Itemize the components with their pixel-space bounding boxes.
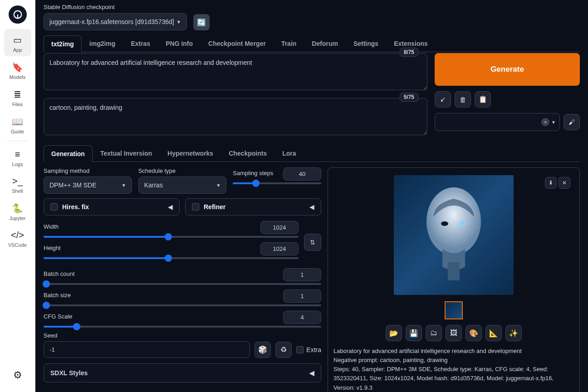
python-icon: 🐍	[12, 203, 23, 214]
open-folder-button[interactable]: 📂	[386, 325, 402, 341]
seed-input[interactable]	[44, 341, 250, 358]
width-slider[interactable]	[44, 236, 299, 238]
sidebar-settings[interactable]: ⚙	[4, 364, 31, 387]
sidebar-item-models[interactable]: 🔖 Models	[4, 56, 31, 83]
refiner-toggle[interactable]: Refiner ◀	[185, 198, 321, 216]
sidebar-item-label: Shell	[12, 188, 23, 194]
picture-icon: 🖼	[450, 329, 457, 337]
sidebar-item-logs[interactable]: ≡ Logs	[4, 144, 31, 171]
paste-button[interactable]: 📋	[475, 91, 491, 108]
tab-settings[interactable]: Settings	[346, 35, 386, 52]
hires-fix-checkbox[interactable]	[50, 203, 58, 211]
seed-extra-checkbox[interactable]	[296, 346, 304, 353]
negative-prompt-input[interactable]	[44, 98, 427, 135]
hires-fix-label: Hires. fix	[62, 203, 163, 211]
cfg-scale-slider[interactable]	[44, 326, 321, 328]
sidebar-item-shell[interactable]: >_ Shell	[4, 171, 31, 197]
brush-icon: 🖌	[568, 118, 575, 126]
gear-icon: ⚙	[13, 369, 22, 381]
cfg-scale-label: CFG Scale	[44, 313, 73, 320]
edit-styles-button[interactable]: 🖌	[564, 114, 580, 130]
refresh-button[interactable]: 🔄	[193, 14, 210, 30]
save-button[interactable]: 💾	[406, 325, 422, 341]
tab-pnginfo[interactable]: PNG Info	[158, 35, 201, 52]
subtab-checkpoints[interactable]: Checkpoints	[221, 145, 274, 162]
download-image-button[interactable]: ⬇	[545, 177, 557, 189]
cfg-scale-value[interactable]: 4	[283, 311, 321, 324]
schedule-type-value: Karras	[144, 181, 163, 189]
schedule-type-select[interactable]: Karras ▼	[138, 176, 227, 194]
batch-size-slider[interactable]	[44, 304, 321, 306]
batch-size-value[interactable]: 1	[283, 289, 321, 303]
subtab-generation[interactable]: Generation	[44, 145, 93, 162]
sidebar-item-jupyter[interactable]: 🐍 Jupyter	[4, 197, 31, 225]
subtab-lora[interactable]: Lora	[274, 145, 304, 162]
svg-point-2	[426, 187, 481, 255]
checkpoint-label: Stable Diffusion checkpoint	[44, 4, 187, 10]
send-img2img-button[interactable]: 🖼	[446, 325, 462, 341]
sampling-steps-slider[interactable]	[233, 182, 321, 184]
reuse-seed-button[interactable]: ♻	[275, 342, 292, 358]
clear-style-button[interactable]: ×	[541, 118, 549, 126]
tab-img2img[interactable]: img2img	[82, 35, 123, 52]
svg-rect-5	[448, 262, 460, 280]
seed-extra-label: Extra	[306, 346, 321, 353]
sidebar-item-guide[interactable]: 📖 Guide	[4, 111, 31, 138]
prompt-input[interactable]	[44, 53, 427, 90]
tab-extras[interactable]: Extras	[123, 35, 158, 52]
sidebar-item-label: VSCode	[8, 242, 27, 248]
sidebar-item-app[interactable]: ▭ App	[4, 29, 31, 56]
checkpoint-select[interactable]: juggernaut-x.fp16.safetensors [d91d35736…	[44, 13, 187, 30]
checkpoint-value: juggernaut-x.fp16.safetensors [d91d35736…	[49, 18, 174, 25]
upscale-button[interactable]: ✨	[505, 325, 522, 341]
bars-icon: ≡	[15, 149, 20, 160]
clear-button[interactable]: 🗑	[455, 91, 471, 108]
batch-count-label: Batch count	[44, 270, 75, 277]
output-thumbnail[interactable]	[445, 301, 463, 319]
output-meta-line: Steps: 40, Sampler: DPM++ 3M SDE, Schedu…	[333, 365, 574, 392]
sdxl-styles-accordion[interactable]: SDXL Styles ◀	[44, 363, 321, 382]
sidebar-item-vscode[interactable]: </> VSCode	[4, 225, 31, 251]
output-prompt-line: Laboratory for advanced artificial intel…	[333, 347, 574, 356]
styles-select[interactable]: × ▼	[435, 113, 560, 131]
tab-ckptmerger[interactable]: Checkpoint Merger	[201, 35, 274, 52]
sampling-steps-value[interactable]: 40	[283, 167, 321, 181]
save-icon: 💾	[409, 329, 418, 338]
height-value[interactable]: 1024	[260, 242, 299, 255]
hires-fix-toggle[interactable]: Hires. fix ◀	[44, 198, 180, 216]
chevron-down-icon: ▼	[176, 20, 181, 24]
expand-left-icon: ◀	[309, 203, 314, 211]
batch-count-slider[interactable]	[44, 283, 321, 285]
close-image-button[interactable]: ✕	[559, 177, 570, 189]
zip-button[interactable]: 🗂	[426, 325, 442, 341]
sidebar-item-label: Guide	[11, 129, 24, 134]
height-slider[interactable]	[44, 257, 299, 259]
download-icon: ⬇	[549, 180, 553, 186]
expand-left-icon: ◀	[168, 203, 173, 211]
output-image[interactable]	[394, 175, 514, 295]
sidebar-item-files[interactable]: ≣ Files	[4, 83, 31, 111]
swap-dimensions-button[interactable]: ⇅	[304, 234, 321, 251]
output-negprompt-line: Negative prompt: cartoon, painting, draw…	[333, 356, 574, 365]
subtab-hypernetworks[interactable]: Hypernetworks	[160, 145, 221, 162]
sidebar-item-label: Jupyter	[9, 216, 25, 221]
chevron-down-icon: ▼	[216, 183, 220, 188]
send-inpaint-button[interactable]: 🎨	[466, 325, 482, 341]
tab-train[interactable]: Train	[274, 35, 304, 52]
refiner-checkbox[interactable]	[192, 203, 199, 211]
sidebar-item-label: Files	[12, 102, 23, 107]
interrogate-button[interactable]: ↙	[435, 91, 451, 108]
batch-count-value[interactable]: 1	[283, 268, 321, 281]
seed-label: Seed	[44, 332, 321, 339]
prompt-token-counter: 8/75	[400, 48, 418, 57]
tab-deforum[interactable]: Deforum	[304, 35, 346, 52]
random-seed-button[interactable]: 🎲	[255, 342, 271, 358]
send-extras-button[interactable]: 📐	[485, 325, 502, 341]
sampling-method-select[interactable]: DPM++ 3M SDE ▼	[44, 176, 132, 194]
subtab-textual-inversion[interactable]: Textual Inversion	[93, 145, 160, 162]
width-value[interactable]: 1024	[260, 221, 299, 234]
ruler-icon: 📐	[489, 329, 498, 338]
tab-txt2img[interactable]: txt2img	[44, 35, 82, 52]
main-tabs: txt2img img2img Extras PNG Info Checkpoi…	[44, 35, 580, 52]
generate-button[interactable]: Generate	[435, 53, 580, 86]
